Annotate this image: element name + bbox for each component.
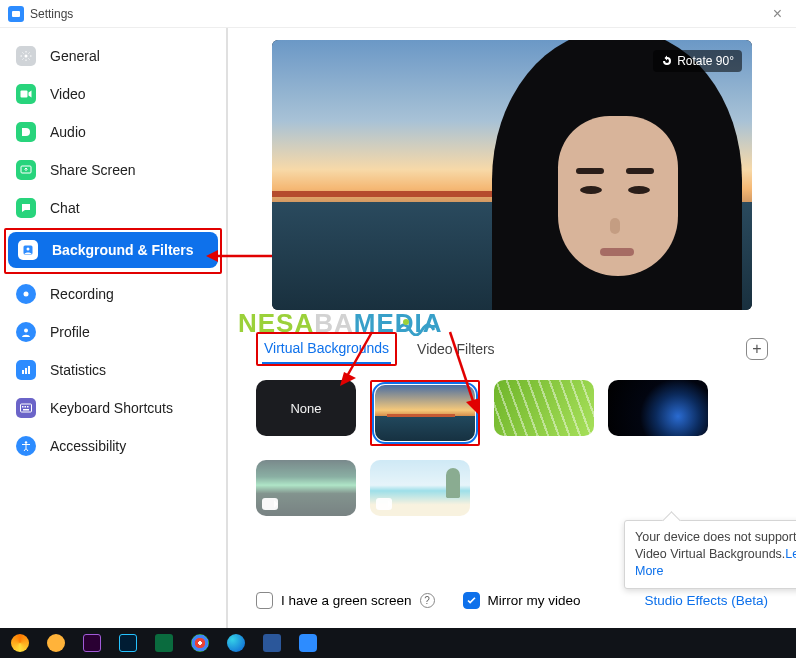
rotate-90-button[interactable]: Rotate 90° <box>653 50 742 72</box>
video-badge-icon <box>262 498 278 510</box>
background-icon <box>18 240 38 260</box>
background-option-beach[interactable] <box>370 460 470 516</box>
sidebar-item-label: Share Screen <box>50 162 136 178</box>
taskbar-app[interactable] <box>256 631 288 655</box>
audio-icon <box>16 122 36 142</box>
svg-point-15 <box>25 441 28 444</box>
sidebar-item-label: Chat <box>50 200 80 216</box>
studio-effects-link[interactable]: Studio Effects (Beta) <box>644 593 768 608</box>
sidebar-item-label: Keyboard Shortcuts <box>50 400 173 416</box>
svg-rect-14 <box>23 409 29 411</box>
options-row: I have a green screen ? Mirror my video … <box>256 592 768 609</box>
annotation-highlight <box>370 380 480 446</box>
taskbar-app[interactable] <box>148 631 180 655</box>
background-thumbnails: None <box>256 380 736 516</box>
sidebar-item-label: Statistics <box>50 362 106 378</box>
sidebar-item-background-filters[interactable]: Background & Filters <box>8 232 218 268</box>
taskbar-app[interactable] <box>40 631 72 655</box>
camera-preview: Rotate 90° <box>272 40 752 310</box>
svg-rect-13 <box>27 406 29 408</box>
taskbar-app[interactable] <box>4 631 36 655</box>
video-icon <box>16 84 36 104</box>
settings-sidebar: General Video Audio Share Screen Chat Ba… <box>0 28 228 628</box>
chat-icon <box>16 198 36 218</box>
sidebar-item-profile[interactable]: Profile <box>6 314 220 350</box>
titlebar: Settings × <box>0 0 796 28</box>
taskbar-app[interactable] <box>184 631 216 655</box>
background-option-earth[interactable] <box>608 380 708 436</box>
taskbar-app[interactable] <box>76 631 108 655</box>
svg-rect-7 <box>22 370 24 374</box>
svg-point-4 <box>27 248 30 251</box>
profile-icon <box>16 322 36 342</box>
sidebar-item-accessibility[interactable]: Accessibility <box>6 428 220 464</box>
gear-icon <box>16 46 36 66</box>
sidebar-item-recording[interactable]: Recording <box>6 276 220 312</box>
sidebar-item-video[interactable]: Video <box>6 76 220 112</box>
sidebar-item-keyboard-shortcuts[interactable]: Keyboard Shortcuts <box>6 390 220 426</box>
sidebar-item-general[interactable]: General <box>6 38 220 74</box>
share-screen-icon <box>16 160 36 180</box>
svg-point-16 <box>403 319 409 325</box>
unsupported-tooltip: Your device does not support Video Virtu… <box>624 520 796 589</box>
add-background-button[interactable]: + <box>746 338 768 360</box>
green-screen-checkbox[interactable] <box>256 592 273 609</box>
background-option-golden-gate[interactable] <box>375 385 475 441</box>
svg-rect-11 <box>22 406 24 408</box>
window-title: Settings <box>30 7 73 21</box>
tab-virtual-backgrounds[interactable]: Virtual Backgrounds <box>262 334 391 364</box>
recording-icon <box>16 284 36 304</box>
mirror-video-checkbox[interactable] <box>463 592 480 609</box>
svg-point-5 <box>24 292 29 297</box>
sidebar-item-statistics[interactable]: Statistics <box>6 352 220 388</box>
taskbar-app[interactable] <box>220 631 252 655</box>
sidebar-item-label: Profile <box>50 324 90 340</box>
svg-rect-10 <box>21 404 32 412</box>
green-screen-label: I have a green screen <box>281 593 412 608</box>
close-button[interactable]: × <box>767 5 788 23</box>
sidebar-item-label: Accessibility <box>50 438 126 454</box>
background-option-grass[interactable] <box>494 380 594 436</box>
svg-rect-12 <box>25 406 27 408</box>
background-option-aurora[interactable] <box>256 460 356 516</box>
svg-rect-1 <box>21 91 28 98</box>
svg-point-0 <box>25 55 28 58</box>
annotation-highlight: Background & Filters <box>4 228 222 274</box>
background-option-none[interactable]: None <box>256 380 356 436</box>
annotation-highlight: Virtual Backgrounds <box>256 332 397 366</box>
video-badge-icon <box>376 498 392 510</box>
tab-video-filters[interactable]: Video Filters <box>415 335 497 363</box>
sidebar-item-audio[interactable]: Audio <box>6 114 220 150</box>
settings-content: Rotate 90° NESABAMEDIA Virtual Backgroun… <box>228 28 796 628</box>
sidebar-item-label: Recording <box>50 286 114 302</box>
windows-taskbar <box>0 628 796 658</box>
sidebar-item-share-screen[interactable]: Share Screen <box>6 152 220 188</box>
background-tabs: Virtual Backgrounds Video Filters + <box>256 332 768 366</box>
rotate-label: Rotate 90° <box>677 54 734 68</box>
sidebar-item-chat[interactable]: Chat <box>6 190 220 226</box>
sidebar-item-label: Audio <box>50 124 86 140</box>
svg-rect-9 <box>28 366 30 374</box>
svg-rect-8 <box>25 368 27 374</box>
rotate-icon <box>661 55 673 67</box>
statistics-icon <box>16 360 36 380</box>
sidebar-item-label: General <box>50 48 100 64</box>
sidebar-item-label: Video <box>50 86 86 102</box>
tooltip-text: Your device does not support Video Virtu… <box>635 530 796 561</box>
accessibility-icon <box>16 436 36 456</box>
svg-point-6 <box>24 329 28 333</box>
zoom-app-icon <box>8 6 24 22</box>
keyboard-icon <box>16 398 36 418</box>
taskbar-app[interactable] <box>292 631 324 655</box>
help-icon[interactable]: ? <box>420 593 435 608</box>
sidebar-item-label: Background & Filters <box>52 242 194 258</box>
taskbar-app[interactable] <box>112 631 144 655</box>
mirror-video-label: Mirror my video <box>488 593 581 608</box>
